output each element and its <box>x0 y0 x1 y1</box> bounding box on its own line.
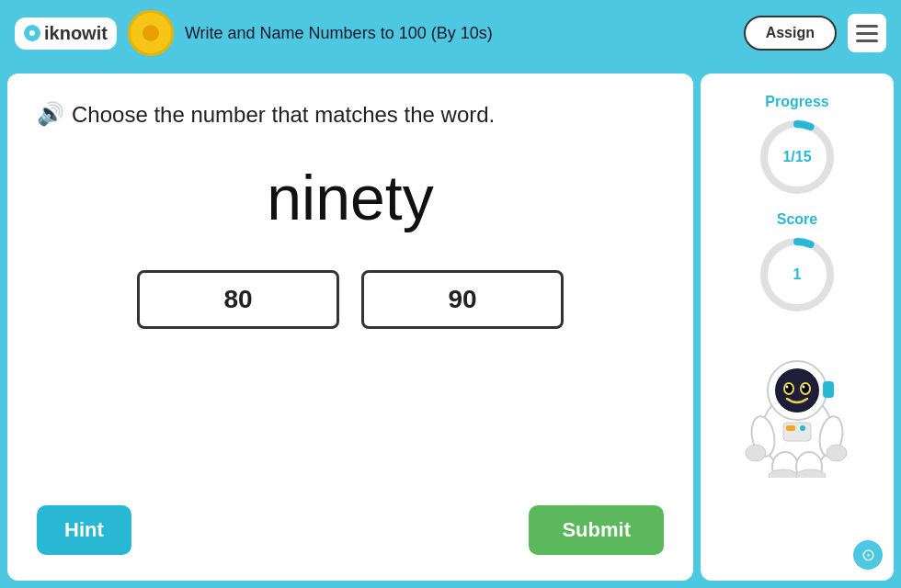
menu-button[interactable] <box>848 14 886 52</box>
svg-point-11 <box>802 384 809 393</box>
score-circle: 1 <box>756 233 838 316</box>
lesson-icon-inner <box>143 25 159 41</box>
menu-icon <box>856 32 878 35</box>
lesson-title: Write and Name Numbers to 100 (By 10s) <box>185 24 733 43</box>
logo-icon <box>24 25 40 41</box>
logo: iknowit <box>15 17 117 50</box>
bottom-actions: Hint Submit <box>37 505 664 555</box>
svg-point-10 <box>785 384 793 393</box>
answer-options: 80 90 <box>37 270 664 329</box>
hint-button[interactable]: Hint <box>37 505 131 555</box>
menu-icon <box>856 40 878 42</box>
answer-option-2[interactable]: 90 <box>361 270 564 329</box>
back-button[interactable]: ⊙ <box>853 540 883 570</box>
svg-rect-14 <box>823 381 834 398</box>
answer-option-1[interactable]: 80 <box>137 270 339 329</box>
progress-circle: 1/15 <box>756 116 838 198</box>
svg-point-13 <box>803 386 805 389</box>
question-header: 🔊 Choose the number that matches the wor… <box>37 99 664 130</box>
svg-point-17 <box>746 445 766 461</box>
progress-panel: Progress 1/15 Score 1 <box>701 74 894 581</box>
app-header: iknowit Write and Name Numbers to 100 (B… <box>0 0 901 66</box>
svg-rect-19 <box>783 423 811 441</box>
assign-button[interactable]: Assign <box>744 16 837 51</box>
word-display: ninety <box>37 162 664 233</box>
question-instruction: Choose the number that matches the word. <box>72 99 495 130</box>
score-value: 1 <box>793 266 802 283</box>
lesson-icon <box>128 10 174 56</box>
progress-value: 1/15 <box>782 149 811 165</box>
logo-text: iknowit <box>44 23 108 44</box>
main-content: 🔊 Choose the number that matches the wor… <box>0 66 901 588</box>
svg-point-12 <box>786 386 789 389</box>
svg-point-7 <box>777 370 817 411</box>
menu-icon <box>856 25 878 28</box>
submit-button[interactable]: Submit <box>529 505 664 555</box>
svg-rect-20 <box>786 425 795 431</box>
svg-point-21 <box>800 425 805 431</box>
progress-label: Progress <box>765 94 828 110</box>
question-panel: 🔊 Choose the number that matches the wor… <box>7 74 693 581</box>
sound-icon[interactable]: 🔊 <box>37 101 64 127</box>
svg-point-18 <box>827 445 847 461</box>
score-label: Score <box>777 211 817 228</box>
astronaut-character <box>728 331 866 478</box>
